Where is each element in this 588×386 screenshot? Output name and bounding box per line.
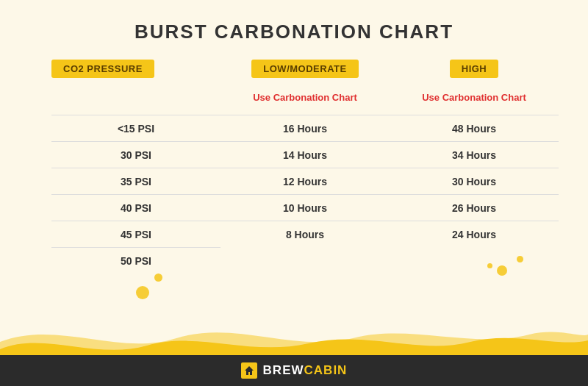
- col-co2-subtitle: [51, 85, 54, 109]
- col-high-subtitle: Use Carbonation Chart: [422, 85, 526, 109]
- co2-row-5: 50 PSI: [51, 247, 220, 274]
- col-co2-header: CO2 Pressure: [51, 60, 154, 78]
- high-row-0: 48 Hours: [390, 115, 559, 141]
- chart-area: CO2 Pressure <15 PSI 30 PSI 35 PSI 40 PS…: [0, 60, 588, 274]
- footer-logo-text: BREW CABIN: [263, 363, 348, 378]
- house-icon: [244, 365, 254, 376]
- low-row-0: 16 Hours: [220, 115, 390, 141]
- co2-row-0: <15 PSI: [51, 115, 220, 141]
- footer-logo-icon: [241, 362, 257, 379]
- high-row-4: 24 Hours: [390, 221, 559, 247]
- low-row-2: 12 Hours: [220, 168, 390, 194]
- bubble-5: [487, 263, 492, 268]
- svg-marker-0: [245, 366, 254, 375]
- footer-brew-text: BREW: [263, 363, 304, 378]
- col-high-header: HIGH: [450, 60, 499, 78]
- page-container: BURST CARBONATION CHART CO2 Pressure <15…: [0, 0, 588, 386]
- col-co2: CO2 Pressure <15 PSI 30 PSI 35 PSI 40 PS…: [29, 60, 220, 274]
- footer-bar: BREW CABIN: [0, 355, 588, 386]
- high-row-3: 26 Hours: [390, 194, 559, 221]
- footer-cabin-text: CABIN: [304, 363, 348, 378]
- low-row-4: 8 Hours: [220, 221, 390, 247]
- co2-row-2: 35 PSI: [51, 168, 220, 194]
- bubble-2: [154, 274, 162, 282]
- bubble-4: [517, 256, 523, 262]
- col-high: HIGH Use Carbonation Chart 48 Hours 34 H…: [390, 60, 559, 274]
- co2-row-4: 45 PSI: [51, 221, 220, 247]
- bubble-3: [497, 265, 507, 276]
- co2-row-3: 40 PSI: [51, 194, 220, 221]
- co2-row-1: 30 PSI: [51, 141, 220, 168]
- col-low-header: LOW/MODERATE: [251, 60, 358, 78]
- high-row-2: 30 Hours: [390, 168, 559, 194]
- page-title: BURST CARBONATION CHART: [135, 21, 453, 43]
- high-row-1: 34 Hours: [390, 141, 559, 168]
- col-low-moderate: LOW/MODERATE Use Carbonation Chart 16 Ho…: [220, 60, 390, 274]
- low-row-3: 10 Hours: [220, 194, 390, 221]
- low-row-1: 14 Hours: [220, 141, 390, 168]
- col-low-subtitle: Use Carbonation Chart: [253, 85, 357, 109]
